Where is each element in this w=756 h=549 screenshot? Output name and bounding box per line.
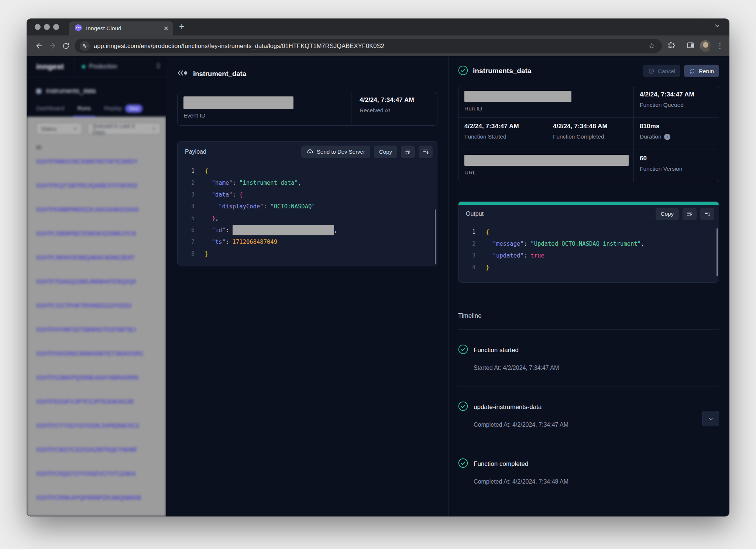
timeline-item-timestamp: Completed At: 4/2/2024, 7:34:48 AM [474,478,719,485]
scroll-to-bottom-icon[interactable] [419,146,433,158]
line-number: 7 [178,239,195,245]
id-column-header: ID [36,144,161,150]
app-name: instruments_data [46,87,96,95]
maximize-window-button[interactable] [53,24,59,30]
event-meta-card: Event ID 4/2/24, 7:34:47 AM Received At [177,92,437,126]
code-line: 4 "displayCode": "OCTO:NASDAQ" [178,201,437,212]
run-id-link[interactable]: 01HTFG3BKPQS99E4A8Y0BRARRN [36,374,161,381]
browser-tab[interactable]: Inngest Cloud ✕ [69,21,173,35]
payload-code[interactable]: 1{2 "name": "instrument_data",3 "data": … [178,162,437,260]
output-word-wrap-icon[interactable] [683,208,697,220]
event-id-cell: Event ID [178,92,351,125]
duration-cell: 810ms Duration i [634,118,719,150]
run-id-link[interactable]: 01HTFHXGR0CWNHSWYET3NAVGRC [36,350,161,357]
timeline-item-row: update-instruments-data [458,401,719,413]
received-at-value: 4/2/24, 7:34:47 AM [360,96,431,104]
function-app-row[interactable]: instruments_data [27,77,166,95]
timeline-item-row: Function completed [458,458,719,470]
close-tab-icon[interactable]: ✕ [164,25,169,33]
url-bar[interactable]: app.inngest.com/env/production/functions… [75,39,662,53]
runs-list-area: Status Queued in Last 3 Days ID 01HTFN86… [27,117,166,516]
url-redacted [464,155,629,166]
timeline-item-timestamp: Started At: 4/2/2024, 7:34:47 AM [474,365,719,371]
tab-dashboard[interactable]: Dashboard [36,105,64,112]
word-wrap-icon[interactable] [401,146,415,158]
side-panel-icon[interactable] [686,41,695,51]
run-id-link[interactable]: 01HTFKMBPMDDZAJ4AG04KD3A02 [36,206,161,213]
rerun-button[interactable]: Rerun [684,65,719,77]
line-number: 8 [178,250,195,257]
close-window-button[interactable] [35,24,41,30]
output-code[interactable]: 1{2 "message": "Updated OCTO:NASDAQ inst… [458,223,719,273]
cancel-button[interactable]: Cancel [643,65,680,77]
environment-selector[interactable]: Production [75,56,166,77]
timeline-item-title: update-instruments-data [474,403,542,411]
status-filter[interactable]: Status [36,123,82,135]
sidebar: inngest Production instruments_data [27,56,166,516]
run-id-link[interactable]: 01HTF7DA6Q238SJWNH4TE9Q2Q0 [36,278,161,285]
run-id-link[interactable]: 01HTFCW27CZ2X3AZM75QEYNH8F [36,446,161,453]
new-tab-button[interactable]: + [179,21,185,32]
code-line: 3 "updated": true [458,250,719,262]
profile-avatar[interactable] [700,40,711,52]
tab-replay[interactable]: ReplayNew [104,105,142,112]
chevron-updown-icon [156,62,161,71]
run-id-link[interactable]: 01HTFCR9KAPQP0R6PZK3MQNMXB [36,494,161,501]
payload-scrollbar[interactable] [435,209,436,264]
output-scrollbar[interactable] [717,228,718,276]
payload-header: Payload Send to Dev Server Copy [178,141,437,162]
run-id-link[interactable]: 01HTFC5QG7ZYVXNZVC7VT1Z4K6 [36,470,161,477]
line-number: 6 [178,227,195,233]
run-id-link[interactable]: 01HTFHYWF32TSB9HGT01F5BTBJ [36,326,161,333]
site-info-icon[interactable] [80,41,90,51]
event-id-label: Event ID [183,112,345,119]
step-success-check-icon [458,458,468,470]
line-number: 1 [178,168,195,174]
run-id-link[interactable]: 01HTFJ1C7FHF7RVN051G3Y0253 [36,302,161,309]
chrome-menu-icon[interactable]: ⋮ [717,45,724,47]
browser-window: Inngest Cloud ✕ + app.innge [27,18,729,516]
back-icon[interactable] [32,39,46,52]
url-text: app.inngest.com/env/production/functions… [94,42,643,50]
info-icon[interactable]: i [664,134,670,140]
run-id-link[interactable]: 01HTFJ3B9PB27EWGK5Z0M6JYC8 [36,230,161,237]
sidebar-header: inngest Production [27,56,166,77]
payload-card: Payload Send to Dev Server Copy [177,141,437,266]
line-number: 4 [458,264,475,271]
minimize-window-button[interactable] [44,24,50,30]
run-id-link[interactable]: 01HTFKQT1M7RSJQABEXYF0K0S2 [36,182,161,189]
send-to-dev-server-button[interactable]: Send to Dev Server [301,146,370,158]
run-header: instruments_data Cancel Rerun [458,65,719,77]
output-scroll-to-bottom-icon[interactable] [700,208,714,220]
bookmark-star-icon[interactable]: ☆ [647,41,657,50]
timeline-item: update-instruments-dataCompleted At: 4/2… [458,401,719,443]
forward-icon[interactable] [46,39,59,52]
function-completed-cell: 4/2/24, 7:34:48 AM Function Completed [547,118,634,150]
filter-row: Status Queued in Last 3 Days [36,123,161,135]
favicon-inngest-icon [74,24,82,33]
payload-copy-button[interactable]: Copy [374,146,397,158]
event-header: instrument_data [177,69,449,78]
run-id-link[interactable]: 01HTFN86XV8CXW8765TW7E3WDY [36,158,161,165]
run-id-link[interactable]: 01HTFJ9HHVE0BQ48AF4DM13E9T [36,254,161,261]
browser-toolbar: app.inngest.com/env/production/functions… [27,35,729,56]
url-cell: URL [458,150,634,182]
reload-icon[interactable] [59,39,72,52]
expand-step-button[interactable] [702,411,719,426]
tab-search-chevron-icon[interactable] [714,22,721,30]
tab-runs[interactable]: Runs [78,105,91,112]
run-id-link[interactable]: 01HTFEG3FVJP7FZJP7EA5KN3JR [36,398,161,405]
extensions-puzzle-icon[interactable] [667,41,676,51]
inngest-logo[interactable]: inngest [27,56,75,77]
line-number: 3 [458,252,475,259]
output-copy-button[interactable]: Copy [656,208,679,220]
run-id-link[interactable]: 01HTFCYY2GYGYGDKJVP82NKXCZ [36,422,161,429]
time-range-filter[interactable]: Queued in Last 3 Days [87,123,161,135]
event-title: instrument_data [193,70,246,78]
sidebar-blurred-content: inngest Production instruments_data [27,56,166,516]
run-panel: instruments_data Cancel Rerun Run ID [449,56,729,516]
timeline-item-timestamp: Completed At: 4/2/2024, 7:34:47 AM [474,422,719,428]
run-success-check-icon [458,65,468,77]
window-controls[interactable] [35,24,59,30]
run-id-redacted [464,91,571,102]
